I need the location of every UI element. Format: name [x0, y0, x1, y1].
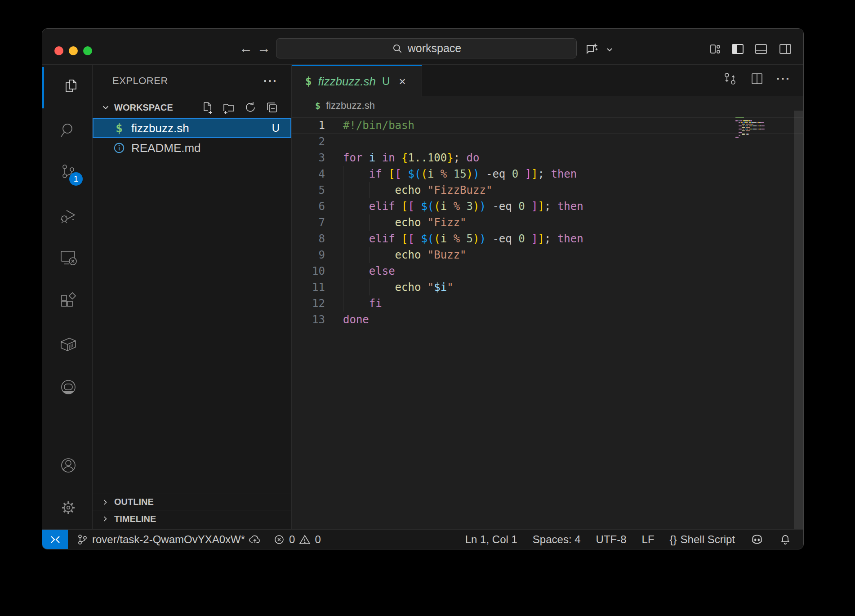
minimap-line — [742, 122, 743, 123]
indent-guide — [343, 247, 343, 263]
minimap-line — [742, 134, 745, 135]
toggle-panel-icon[interactable] — [753, 41, 769, 57]
token: "FizzBuzz" — [428, 184, 493, 196]
chevron-down-icon[interactable] — [604, 44, 615, 55]
customize-layout-icon[interactable] — [708, 41, 723, 57]
toggle-secondary-sidebar-icon[interactable] — [778, 41, 793, 57]
token: -eq — [486, 200, 518, 213]
breadcrumb[interactable]: $ fizzbuzz.sh — [292, 97, 803, 114]
code-line-11[interactable]: 11 echo "$i" — [292, 279, 803, 295]
code-editor[interactable]: 1#!/bin/bash23for i in {1..100}; do4 if … — [292, 114, 803, 530]
code-line-6[interactable]: 6 elif [[ $((i % 3)) -eq 0 ]]; then — [292, 198, 803, 214]
tunnel-icon[interactable] — [58, 376, 79, 398]
git-branch-item[interactable]: rover/task-2-QwamOvYXA0xW* — [76, 533, 261, 546]
encoding[interactable]: UTF-8 — [596, 533, 627, 546]
new-folder-icon[interactable] — [222, 101, 236, 114]
code-line-9[interactable]: 9 echo "Buzz" — [292, 247, 803, 263]
token: ( — [428, 200, 434, 213]
token: then — [557, 200, 583, 213]
maximize-window-button[interactable] — [83, 46, 92, 55]
code-line-3[interactable]: 3for i in {1..100}; do — [292, 150, 803, 166]
bell-icon[interactable] — [779, 533, 792, 546]
token — [447, 232, 453, 245]
workspace-section-header[interactable]: WORKSPACE — [93, 99, 291, 116]
forward-arrow[interactable]: → — [257, 40, 271, 56]
code-line-8[interactable]: 8 elif [[ $((i % 5)) -eq 0 ]]; then — [292, 231, 803, 247]
token — [395, 152, 401, 164]
cursor-position[interactable]: Ln 1, Col 1 — [465, 533, 517, 546]
close-tab-icon[interactable]: × — [399, 75, 405, 89]
token — [362, 152, 369, 164]
token: ) — [473, 200, 479, 213]
token — [447, 168, 453, 180]
source-control-icon[interactable]: 1 — [58, 161, 79, 183]
collapse-all-icon[interactable] — [265, 101, 279, 114]
toggle-sidebar-icon[interactable] — [730, 41, 745, 57]
run-debug-icon[interactable] — [58, 204, 79, 226]
problems-item[interactable]: 0 0 — [273, 533, 321, 546]
code-line-2[interactable]: 2 — [292, 134, 803, 150]
token: ) — [473, 232, 479, 245]
tab-fizzbuzz[interactable]: $ fizzbuzz.sh U × — [292, 65, 422, 97]
warning-icon — [298, 533, 311, 546]
token — [343, 232, 369, 245]
token: ] — [531, 232, 538, 245]
containers-icon[interactable] — [58, 334, 79, 355]
copilot-icon[interactable] — [584, 41, 600, 57]
file-row-fizzbuzz[interactable]: $ fizzbuzz.sh U — [93, 118, 291, 138]
outline-section-header[interactable]: OUTLINE — [93, 494, 291, 510]
code-line-12[interactable]: 12 fi — [292, 295, 803, 312]
minimap-line — [748, 134, 749, 135]
minimap-line — [739, 125, 742, 127]
token: ; — [544, 232, 557, 245]
split-editor-icon[interactable] — [749, 71, 765, 86]
token — [525, 232, 531, 245]
settings-gear-icon[interactable] — [58, 497, 79, 518]
explorer-more-icon[interactable]: ··· — [263, 74, 278, 88]
explorer-icon[interactable] — [58, 76, 79, 98]
new-file-icon[interactable] — [200, 101, 214, 114]
file-row-readme[interactable]: README.md — [93, 138, 291, 158]
remote-explorer-icon[interactable] — [58, 247, 79, 268]
explorer-sidebar: EXPLORER ··· WORKSPACE $ fizzbuzz.sh U — [93, 65, 292, 530]
language-mode[interactable]: {} Shell Script — [670, 533, 735, 546]
indent-guide — [369, 182, 370, 198]
open-changes-icon[interactable] — [722, 71, 738, 86]
token: ] — [531, 200, 538, 213]
close-window-button[interactable] — [54, 46, 63, 55]
search-icon[interactable] — [58, 120, 79, 141]
token: -eq — [480, 168, 512, 180]
token: ) — [467, 168, 473, 180]
editor-more-actions-icon[interactable]: ··· — [776, 72, 791, 86]
extensions-icon[interactable] — [58, 290, 79, 311]
code-line-4[interactable]: 4 if [[ $((i % 15)) -eq 0 ]]; then — [292, 166, 803, 182]
token: [ — [401, 232, 408, 245]
refresh-icon[interactable] — [244, 101, 257, 114]
minimize-window-button[interactable] — [69, 46, 78, 55]
braces-icon: {} — [670, 533, 677, 546]
token: ( — [414, 168, 421, 180]
code-line-10[interactable]: 10 else — [292, 263, 803, 279]
code-line-7[interactable]: 7 echo "Fizz" — [292, 214, 803, 231]
code-line-13[interactable]: 13done — [292, 312, 803, 328]
command-center-search[interactable]: workspace — [276, 38, 577, 58]
timeline-section-header[interactable]: TIMELINE — [93, 510, 291, 527]
minimap-line — [746, 124, 754, 125]
eol-sequence[interactable]: LF — [642, 533, 655, 546]
code-line-1[interactable]: 1#!/bin/bash — [292, 117, 803, 134]
warning-count: 0 — [315, 533, 321, 546]
copilot-status-icon[interactable] — [750, 533, 764, 546]
token — [421, 216, 427, 229]
token — [395, 200, 401, 213]
code-line-5[interactable]: 5 echo "FizzBuzz" — [292, 182, 803, 198]
back-arrow[interactable]: ← — [239, 40, 253, 56]
accounts-icon[interactable] — [58, 455, 79, 476]
indentation[interactable]: Spaces: 4 — [533, 533, 581, 546]
branch-name: rover/task-2-QwamOvYXA0xW* — [92, 533, 245, 546]
token — [421, 184, 427, 196]
token: ) — [479, 200, 485, 213]
token — [414, 232, 421, 245]
minimap[interactable] — [735, 117, 794, 148]
remote-indicator[interactable] — [42, 530, 68, 549]
vertical-scrollbar[interactable] — [794, 111, 803, 530]
